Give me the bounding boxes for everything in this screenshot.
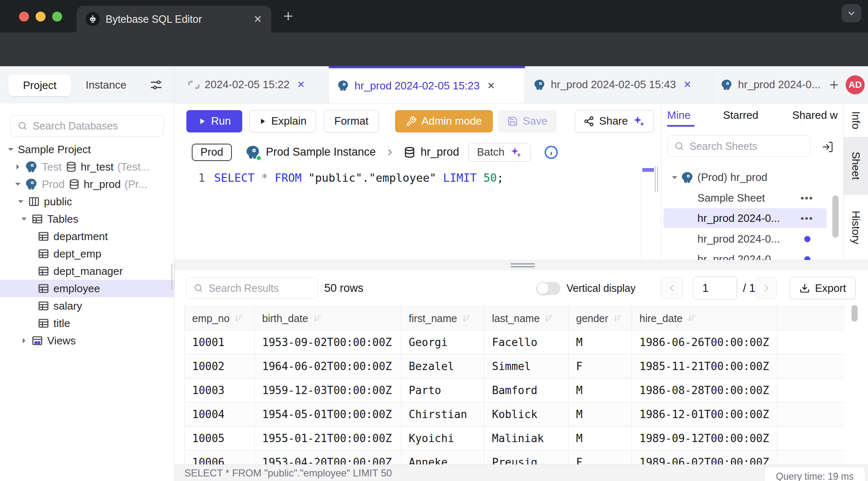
postgres-icon — [25, 160, 38, 173]
table-icon — [37, 282, 50, 295]
admin-mode-button[interactable]: Admin mode — [395, 110, 493, 132]
clipped-sheet-item: hr_prod 2024-0... — [697, 160, 809, 165]
tree-item-tables-group[interactable]: Tables — [0, 210, 174, 228]
sheet-item-current[interactable]: hr_prod 2024-0... ••• — [661, 209, 843, 228]
views-icon — [31, 334, 43, 347]
batch-button[interactable]: Batch — [468, 143, 531, 162]
tab-close-icon[interactable]: ✕ — [487, 80, 495, 91]
traffic-light-close[interactable] — [19, 12, 29, 22]
info-icon[interactable] — [544, 145, 559, 160]
prev-page-button[interactable] — [661, 277, 683, 299]
table-row: 100021964-06-02T00:00:00ZBezalelSimmelF1… — [185, 354, 845, 378]
sidebar-tab-instance[interactable]: Instance — [81, 66, 131, 103]
table-icon — [37, 230, 50, 243]
database-sidebar: Project Instance Sample Project Tes — [0, 66, 174, 481]
panel-divider[interactable] — [174, 260, 868, 270]
import-sheet-icon[interactable] — [821, 141, 834, 153]
tree-item-table-department[interactable]: department — [0, 228, 174, 245]
tab-close-icon[interactable]: ✕ — [297, 79, 305, 90]
tree-item-project[interactable]: Sample Project — [0, 141, 174, 158]
share-button[interactable]: Share — [575, 110, 654, 132]
browser-toolbar: localhost:8080/sql-editor/sheet/project-… — [0, 32, 868, 66]
instance-name[interactable]: Prod Sample Instance — [266, 146, 376, 159]
postgres-icon — [681, 171, 694, 184]
database-search-input[interactable] — [33, 120, 157, 132]
tree-item-table-dept-emp[interactable]: dept_emp — [0, 245, 174, 262]
rail-tab-sheet[interactable]: Sheet — [844, 137, 868, 195]
tree-item-table-salary[interactable]: salary — [0, 297, 174, 315]
sql-code-line[interactable]: SELECT * FROM "public"."employee" LIMIT … — [214, 171, 504, 184]
vertical-display-toggle[interactable] — [536, 282, 560, 295]
table-row: 100041954-05-01T00:00:00ZChirstianKoblic… — [185, 402, 845, 426]
tab-close-icon[interactable]: ✕ — [683, 79, 691, 90]
sidebar-tab-project[interactable]: Project — [8, 75, 71, 96]
editor-tab-3[interactable]: hr_prod 2024-02-05 15:43 ✕ — [525, 66, 712, 103]
sheets-tab-starred[interactable]: Starred — [723, 103, 758, 127]
tree-item-table-dept-manager[interactable]: dept_manager — [0, 262, 174, 280]
tree-item-table-employee[interactable]: employee — [0, 280, 174, 297]
breadcrumb-chevron-icon — [385, 148, 394, 157]
export-button[interactable]: Export — [790, 277, 856, 299]
postgres-icon — [721, 79, 733, 91]
filter-settings-icon[interactable] — [149, 78, 163, 92]
sheets-scrollbar-thumb[interactable] — [832, 195, 839, 238]
sheet-item-unsaved-1[interactable]: hr_prod 2024-0... — [661, 229, 843, 249]
rail-tab-history[interactable]: History — [844, 195, 868, 260]
user-avatar[interactable]: AD — [846, 75, 865, 94]
sheets-tab-shared[interactable]: Shared w — [792, 103, 838, 127]
new-tab-button[interactable] — [281, 9, 295, 23]
divider-drag-handle[interactable] — [511, 263, 535, 269]
ai-sparkles-icon[interactable] — [633, 115, 645, 127]
format-button[interactable]: Format — [324, 110, 379, 132]
editor-tab-2-active[interactable]: hr_prod 2024-02-05 15:23 ✕ — [329, 66, 525, 103]
table-row: 100031959-12-03T00:00:00ZPartoBamfordM19… — [185, 378, 845, 402]
tree-item-schema-public[interactable]: public — [0, 193, 174, 210]
new-sheet-button[interactable] — [827, 66, 841, 103]
sheet-menu-icon[interactable]: ••• — [800, 213, 813, 224]
traffic-light-minimize[interactable] — [36, 12, 46, 22]
editor-tab-1[interactable]: 2024-02-05 15:22 ✕ — [180, 66, 329, 103]
sheet-item-sample[interactable]: Sample Sheet ••• — [661, 188, 843, 208]
column-header[interactable]: first_name — [401, 306, 485, 330]
browser-tab-close-icon[interactable]: ✕ — [253, 13, 262, 25]
page-number-input[interactable] — [693, 277, 737, 300]
table-scrollbar-thumb[interactable] — [851, 305, 858, 322]
database-icon — [68, 178, 80, 190]
database-name[interactable]: hr_prod — [421, 146, 459, 159]
results-search-input[interactable] — [208, 282, 311, 294]
tab-search-button[interactable] — [841, 4, 861, 22]
sheet-search-input[interactable] — [690, 140, 804, 152]
save-button[interactable]: Save — [498, 110, 557, 132]
editor-panel-resize-handle[interactable] — [655, 166, 658, 192]
table-header-row: emp_no birth_date first_name last_name g… — [185, 306, 845, 330]
sheet-menu-icon[interactable]: ••• — [800, 192, 813, 204]
next-page-button[interactable] — [755, 277, 777, 299]
sort-icon — [687, 314, 697, 323]
editor-tab-4[interactable]: hr_prod 2024-0... — [712, 66, 825, 103]
column-header[interactable]: birth_date — [255, 306, 401, 330]
editor-tab-strip: 2024-02-05 15:22 ✕ hr_prod 2024-02-05 15… — [174, 66, 868, 103]
browser-titlebar: Bytebase SQL Editor ✕ — [0, 0, 868, 32]
run-button[interactable]: Run — [186, 110, 242, 132]
browser-tab[interactable]: Bytebase SQL Editor ✕ — [77, 6, 271, 32]
tree-item-hr-prod[interactable]: Prod hr_prod (Pr... — [0, 176, 174, 193]
column-header[interactable]: gender — [569, 306, 632, 330]
tree-item-views-group[interactable]: Views — [0, 332, 174, 349]
column-header[interactable]: hire_date — [632, 306, 777, 330]
table-icon — [31, 213, 43, 225]
sheet-group-hr-prod[interactable]: (Prod) hr_prod — [661, 168, 843, 187]
column-header[interactable]: emp_no — [185, 306, 255, 330]
online-status-dot — [256, 155, 262, 161]
table-icon — [37, 248, 50, 260]
postgres-icon — [533, 79, 546, 91]
sheets-tab-mine[interactable]: Mine — [667, 103, 690, 127]
page-total: / 1 — [743, 270, 755, 306]
tree-item-table-title[interactable]: title — [0, 315, 174, 332]
sort-icon — [613, 314, 622, 323]
column-header[interactable]: last_name — [485, 306, 569, 330]
tree-item-hr-test[interactable]: Test hr_test (Test... — [0, 158, 174, 176]
database-tree: Sample Project Test hr_test (Test... Pro… — [0, 141, 174, 349]
traffic-light-zoom[interactable] — [52, 12, 62, 22]
rail-tab-info[interactable]: Info — [844, 103, 868, 137]
explain-button[interactable]: Explain — [249, 110, 316, 132]
